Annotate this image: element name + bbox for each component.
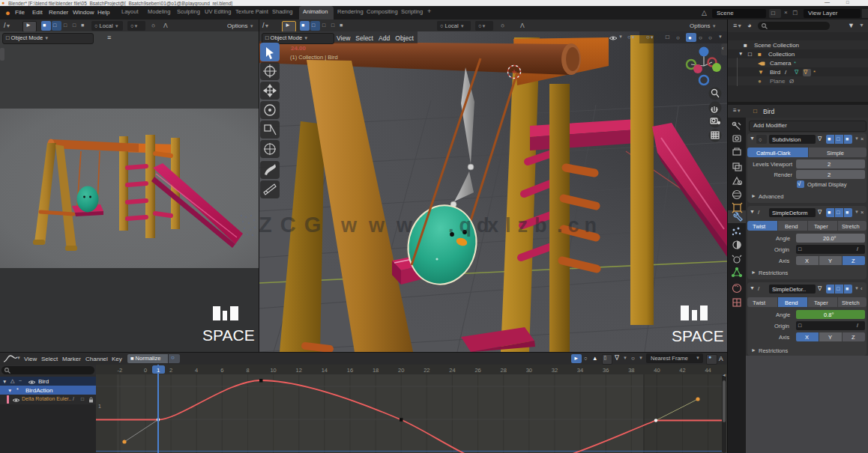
svg-text:12: 12 <box>296 367 302 374</box>
svg-text:24: 24 <box>449 367 455 374</box>
svg-text:6: 6 <box>220 367 223 374</box>
svg-text:1: 1 <box>98 404 101 409</box>
svg-text:SPACE: SPACE <box>202 326 255 344</box>
svg-text:36: 36 <box>603 367 609 374</box>
svg-text:38: 38 <box>628 367 634 374</box>
svg-text:20: 20 <box>398 367 404 374</box>
svg-text:1: 1 <box>157 367 160 374</box>
svg-text:10: 10 <box>270 367 276 374</box>
svg-text:4: 4 <box>195 367 198 374</box>
svg-text:14: 14 <box>322 367 328 374</box>
svg-text:.cn: .cn <box>557 214 602 237</box>
svg-text:26: 26 <box>474 367 480 374</box>
svg-text:-2: -2 <box>118 367 123 374</box>
svg-text:32: 32 <box>552 367 558 374</box>
svg-text:34: 34 <box>577 367 583 374</box>
svg-text:28: 28 <box>501 367 507 374</box>
svg-text:SPACE: SPACE <box>672 327 724 344</box>
svg-text:8: 8 <box>246 367 249 374</box>
svg-text:www: www <box>340 214 424 237</box>
svg-text:40: 40 <box>654 367 660 374</box>
svg-text:30: 30 <box>526 367 532 374</box>
svg-text:18: 18 <box>373 367 379 374</box>
svg-text:22: 22 <box>424 367 430 374</box>
svg-text:44: 44 <box>705 367 711 374</box>
svg-text:2: 2 <box>169 367 172 374</box>
svg-text:0: 0 <box>144 367 147 374</box>
svg-text:xlzb: xlzb <box>487 214 554 237</box>
svg-text:42: 42 <box>679 367 685 374</box>
svg-text:16: 16 <box>347 367 353 374</box>
